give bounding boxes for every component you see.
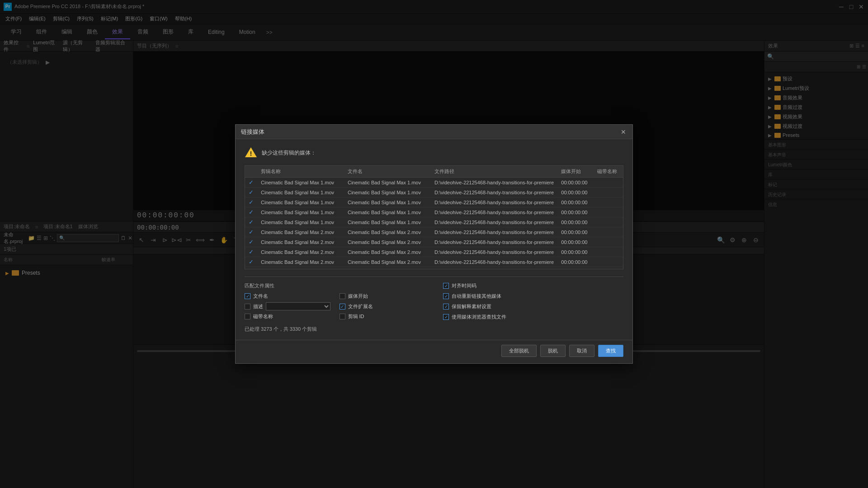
filename-checkbox[interactable]	[245, 293, 250, 299]
checkmark-icon: ✓	[249, 209, 254, 216]
row-media-start: 00:00:00:00	[557, 227, 594, 237]
auto-relink-checkbox[interactable]	[443, 293, 449, 299]
row-tape-name	[594, 257, 623, 267]
checkmark-icon: ✓	[249, 229, 254, 235]
row-file-name: Cinematic Bad Signal Max 2.mov	[344, 257, 431, 267]
th-file-name: 文件名	[344, 166, 431, 178]
option-preserve-settings: 保留解释素材设置	[443, 303, 623, 310]
row-check[interactable]: ✓	[245, 237, 257, 247]
row-clip-name: Cinematic Bad Signal Max 1.mov	[257, 217, 344, 227]
checkmark-icon: ✓	[249, 179, 254, 186]
auto-relink-label: 自动重新链接其他媒体	[452, 293, 501, 300]
row-check[interactable]: ✓	[245, 217, 257, 227]
row-tape-name	[594, 178, 623, 188]
table-body: ✓ Cinematic Bad Signal Max 1.mov Cinemat…	[245, 178, 623, 270]
row-check[interactable]: ✓	[245, 257, 257, 267]
warning-text: 缺少这些剪辑的媒体：	[262, 149, 316, 157]
table-row[interactable]: ✓ Cinematic Bad Signal Max 2.mov Cinemat…	[245, 267, 623, 270]
desc-label: 描述	[253, 303, 263, 310]
tapename-label: 磁带名称	[253, 313, 273, 320]
row-media-start: 00:00:00:00	[557, 257, 594, 267]
warning-icon: !	[245, 146, 257, 159]
row-clip-name: Cinematic Bad Signal Max 1.mov	[257, 178, 344, 188]
offline-all-button[interactable]: 全部脱机	[501, 345, 537, 357]
row-check[interactable]: ✓	[245, 207, 257, 217]
cancel-button[interactable]: 取消	[569, 345, 594, 357]
row-tape-name	[594, 217, 623, 227]
desc-select[interactable]	[266, 302, 330, 310]
table-row[interactable]: ✓ Cinematic Bad Signal Max 2.mov Cinemat…	[245, 247, 623, 257]
option-align-timecode: 对齐时间码	[443, 282, 623, 289]
row-check[interactable]: ✓	[245, 178, 257, 188]
use-browser-label: 使用媒体浏览器查找文件	[452, 314, 506, 320]
row-clip-name: Cinematic Bad Signal Max 1.mov	[257, 197, 344, 207]
th-media-start: 媒体开始	[557, 166, 594, 178]
tapename-checkbox[interactable]	[245, 314, 250, 319]
clipid-checkbox[interactable]	[340, 314, 345, 319]
table-row[interactable]: ✓ Cinematic Bad Signal Max 1.mov Cinemat…	[245, 197, 623, 207]
media-table-wrapper[interactable]: 剪辑名称 文件名 文件路径 媒体开始 磁带名称 ✓ Cinematic Bad …	[245, 165, 623, 269]
row-media-start: 00:00:00:00	[557, 178, 594, 188]
table-row[interactable]: ✓ Cinematic Bad Signal Max 1.mov Cinemat…	[245, 217, 623, 227]
warning-triangle-icon: !	[245, 146, 257, 159]
option-clip-id: 剪辑 ID	[340, 313, 425, 320]
row-file-name: Cinematic Bad Signal Max 1.mov	[344, 207, 431, 217]
table-header: 剪辑名称 文件名 文件路径 媒体开始 磁带名称	[245, 166, 623, 178]
option-auto-relink: 自动重新链接其他媒体	[443, 293, 623, 300]
mediastart-label: 媒体开始	[348, 293, 368, 300]
row-file-path: D:\videohive-22125468-handy-transitions-…	[431, 188, 557, 197]
row-check[interactable]: ✓	[245, 247, 257, 257]
table-row[interactable]: ✓ Cinematic Bad Signal Max 2.mov Cinemat…	[245, 257, 623, 267]
use-browser-checkbox[interactable]	[443, 314, 449, 320]
mediastart-checkbox[interactable]	[340, 293, 345, 299]
align-timecode-checkbox[interactable]	[443, 283, 449, 289]
dialog-title-bar: 链接媒体 ✕	[236, 125, 632, 139]
match-options: 匹配文件属性 文件名 媒体开始 描述	[245, 282, 425, 320]
row-check[interactable]: ✓	[245, 188, 257, 197]
row-media-start: 00:00:00:00	[557, 207, 594, 217]
table-row[interactable]: ✓ Cinematic Bad Signal Max 1.mov Cinemat…	[245, 178, 623, 188]
dialog-overlay: 链接媒体 ✕ ! 缺少这些剪辑的媒体：	[0, 0, 868, 488]
fileext-label: 文件扩展名	[348, 303, 373, 310]
row-file-path: D:\videohive-22125468-handy-transitions-…	[431, 247, 557, 257]
status-text: 已处理 3273 个，共 3330 个剪辑	[245, 326, 623, 333]
right-options: 对齐时间码 自动重新链接其他媒体 保留解释素材设置 使用媒体浏览器查找文件	[443, 282, 623, 320]
dialog-close-button[interactable]: ✕	[620, 128, 627, 136]
checkmark-icon: ✓	[249, 189, 254, 196]
row-file-name: Cinematic Bad Signal Max 1.mov	[344, 197, 431, 207]
table-row[interactable]: ✓ Cinematic Bad Signal Max 1.mov Cinemat…	[245, 188, 623, 197]
row-file-path: D:\videohive-22125468-handy-transitions-…	[431, 197, 557, 207]
row-tape-name	[594, 267, 623, 270]
row-check[interactable]: ✓	[245, 267, 257, 270]
dialog-title: 链接媒体	[241, 128, 264, 136]
option-file-ext: 文件扩展名	[340, 302, 425, 310]
match-options-grid: 文件名 媒体开始 描述	[245, 293, 425, 320]
row-file-path: D:\videohive-22125468-handy-transitions-…	[431, 257, 557, 267]
media-table: 剪辑名称 文件名 文件路径 媒体开始 磁带名称 ✓ Cinematic Bad …	[245, 166, 623, 269]
table-header-row: 剪辑名称 文件名 文件路径 媒体开始 磁带名称	[245, 166, 623, 178]
table-row[interactable]: ✓ Cinematic Bad Signal Max 2.mov Cinemat…	[245, 227, 623, 237]
offline-button[interactable]: 脱机	[540, 345, 566, 357]
preserve-settings-checkbox[interactable]	[443, 304, 449, 310]
row-tape-name	[594, 237, 623, 247]
option-media-start: 媒体开始	[340, 293, 425, 300]
row-file-path: D:\videohive-22125468-handy-transitions-…	[431, 237, 557, 247]
row-tape-name	[594, 227, 623, 237]
row-file-path: D:\videohive-22125468-handy-transitions-…	[431, 207, 557, 217]
row-check[interactable]: ✓	[245, 197, 257, 207]
table-row[interactable]: ✓ Cinematic Bad Signal Max 1.mov Cinemat…	[245, 207, 623, 217]
row-check[interactable]: ✓	[245, 227, 257, 237]
table-row[interactable]: ✓ Cinematic Bad Signal Max 2.mov Cinemat…	[245, 237, 623, 247]
dialog-buttons: 全部脱机 脱机 取消 查找	[236, 340, 632, 363]
row-clip-name: Cinematic Bad Signal Max 2.mov	[257, 267, 344, 270]
row-clip-name: Cinematic Bad Signal Max 2.mov	[257, 227, 344, 237]
locate-button[interactable]: 查找	[598, 345, 623, 357]
desc-checkbox[interactable]	[245, 304, 250, 310]
row-tape-name	[594, 188, 623, 197]
row-tape-name	[594, 247, 623, 257]
svg-text:!: !	[250, 150, 252, 157]
fileext-checkbox[interactable]	[340, 304, 345, 310]
row-file-name: Cinematic Bad Signal Max 1.mov	[344, 178, 431, 188]
row-clip-name: Cinematic Bad Signal Max 2.mov	[257, 257, 344, 267]
option-filename: 文件名	[245, 293, 330, 300]
